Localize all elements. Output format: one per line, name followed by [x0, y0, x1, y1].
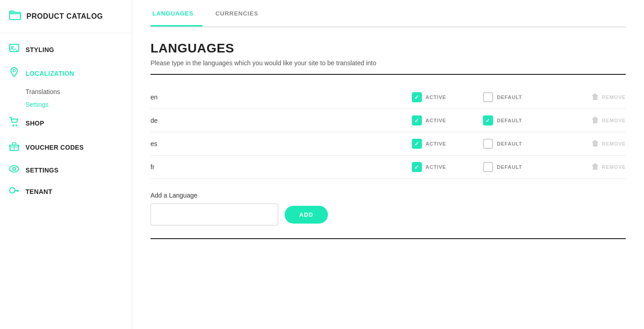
lang-active-de: ACTIVE: [412, 109, 483, 132]
sidebar-item-voucher-codes-label: VOUCHER CODES: [26, 144, 84, 151]
add-language-button[interactable]: ADD: [285, 206, 328, 224]
add-language-row: ADD: [151, 204, 626, 225]
lang-default-es: DEFAULT: [483, 132, 554, 156]
remove-button-en[interactable]: 🗑 REMOVE: [592, 93, 626, 101]
add-language-label: Add a Language: [151, 192, 626, 199]
tab-languages[interactable]: LANGUAGES: [151, 0, 203, 26]
sidebar-item-styling[interactable]: STYLING: [0, 38, 132, 61]
remove-button-es[interactable]: 🗑 REMOVE: [592, 140, 626, 148]
lang-remove-fr: 🗑 REMOVE: [555, 156, 626, 179]
svg-point-7: [10, 166, 19, 172]
lang-active-es: ACTIVE: [412, 132, 483, 156]
sidebar-navigation: STYLING LOCALIZATION Translations Settin…: [0, 33, 132, 207]
active-checkbox-en[interactable]: [412, 92, 422, 102]
default-label-de[interactable]: DEFAULT: [483, 115, 554, 125]
location-icon: [9, 67, 19, 79]
active-checkbox-de[interactable]: [412, 115, 422, 125]
lang-remove-es: 🗑 REMOVE: [555, 132, 626, 156]
page-title: LANGUAGES: [151, 41, 626, 56]
table-row: en ACTIVE DEFAULT 🗑 REMOV: [151, 86, 626, 109]
sidebar-logo[interactable]: PRODUCT CATALOG: [0, 0, 132, 33]
active-label-es[interactable]: ACTIVE: [412, 139, 483, 149]
trash-icon-fr: 🗑: [592, 163, 599, 171]
default-checkbox-fr[interactable]: [483, 162, 493, 172]
active-label-de[interactable]: ACTIVE: [412, 115, 483, 125]
languages-table: en ACTIVE DEFAULT 🗑 REMOV: [151, 86, 626, 179]
lang-remove-de: 🗑 REMOVE: [555, 109, 626, 132]
lang-active-fr: ACTIVE: [412, 156, 483, 179]
bottom-divider: [151, 238, 626, 239]
lang-code-fr: fr: [151, 156, 412, 179]
eye-icon: [9, 165, 19, 175]
active-label-fr[interactable]: ACTIVE: [412, 162, 483, 172]
sidebar: PRODUCT CATALOG STYLING LOCALIZATION: [0, 0, 132, 329]
table-row: fr ACTIVE DEFAULT 🗑 REMOV: [151, 156, 626, 179]
table-row: de ACTIVE DEFAULT 🗑 REMOV: [151, 109, 626, 132]
trash-icon-de: 🗑: [592, 116, 599, 125]
tab-bar: LANGUAGES CURRENCIES: [151, 0, 626, 27]
default-checkbox-es[interactable]: [483, 139, 493, 149]
lang-code-de: de: [151, 109, 412, 132]
svg-point-8: [13, 167, 16, 170]
svg-point-5: [16, 125, 17, 126]
sidebar-item-shop[interactable]: SHOP: [0, 111, 132, 135]
sidebar-item-settings-label: SETTINGS: [26, 167, 58, 174]
cart-icon: [9, 117, 19, 129]
active-label-en[interactable]: ACTIVE: [412, 92, 483, 102]
active-checkbox-fr[interactable]: [412, 162, 422, 172]
localization-subnav: Translations Settings: [0, 85, 132, 111]
svg-point-4: [13, 125, 14, 126]
add-language-section: Add a Language ADD: [151, 192, 626, 225]
tab-currencies[interactable]: CURRENCIES: [213, 0, 267, 26]
gift-icon: [9, 141, 19, 153]
lang-active-en: ACTIVE: [412, 86, 483, 109]
table-row: es ACTIVE DEFAULT 🗑 REMOV: [151, 132, 626, 156]
key-icon: [9, 187, 19, 196]
sidebar-item-voucher-codes[interactable]: VOUCHER CODES: [0, 135, 132, 159]
default-label-es[interactable]: DEFAULT: [483, 139, 554, 149]
main-content: LANGUAGES CURRENCIES LANGUAGES Please ty…: [132, 0, 644, 329]
logo-text: PRODUCT CATALOG: [26, 12, 103, 21]
sidebar-item-localization-label: LOCALIZATION: [26, 70, 74, 77]
top-divider: [151, 74, 626, 75]
sidebar-item-tenant[interactable]: TENANT: [0, 181, 132, 202]
trash-icon-en: 🗑: [592, 93, 599, 101]
svg-rect-1: [10, 44, 19, 52]
sidebar-item-settings[interactable]: SETTINGS: [0, 159, 132, 181]
sidebar-item-shop-label: SHOP: [26, 120, 44, 127]
svg-point-2: [11, 46, 13, 48]
image-icon: [9, 44, 19, 55]
default-checkbox-en[interactable]: [483, 92, 493, 102]
sidebar-item-translations[interactable]: Translations: [26, 85, 132, 98]
lang-code-en: en: [151, 86, 412, 109]
lang-remove-en: 🗑 REMOVE: [555, 86, 626, 109]
add-language-input[interactable]: [151, 204, 278, 225]
remove-button-de[interactable]: 🗑 REMOVE: [592, 116, 626, 125]
sidebar-item-styling-label: STYLING: [26, 46, 54, 53]
default-checkbox-de[interactable]: [483, 115, 493, 125]
sidebar-item-localization[interactable]: LOCALIZATION: [0, 61, 132, 85]
active-checkbox-es[interactable]: [412, 139, 422, 149]
remove-button-fr[interactable]: 🗑 REMOVE: [592, 163, 626, 171]
sidebar-item-settings[interactable]: Settings: [26, 98, 132, 111]
lang-default-de: DEFAULT: [483, 109, 554, 132]
default-label-fr[interactable]: DEFAULT: [483, 162, 554, 172]
folder-icon: [9, 10, 21, 23]
svg-point-3: [13, 70, 16, 72]
default-label-en[interactable]: DEFAULT: [483, 92, 554, 102]
lang-default-fr: DEFAULT: [483, 156, 554, 179]
svg-point-9: [10, 188, 15, 193]
sidebar-item-tenant-label: TENANT: [26, 188, 52, 195]
lang-default-en: DEFAULT: [483, 86, 554, 109]
page-description: Please type in the languages which you w…: [151, 59, 626, 67]
trash-icon-es: 🗑: [592, 140, 599, 148]
lang-code-es: es: [151, 132, 412, 156]
